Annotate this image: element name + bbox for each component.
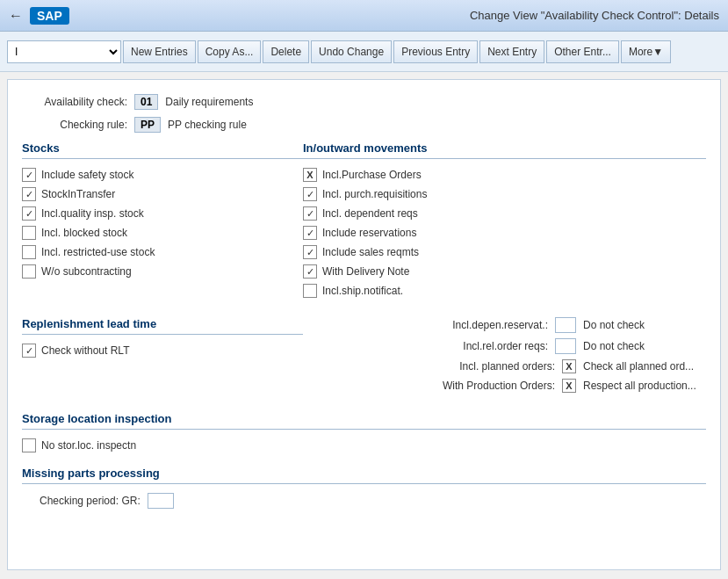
stocks-title: Stocks bbox=[22, 141, 303, 159]
incl-rel-order-reqs-input[interactable] bbox=[555, 338, 576, 354]
no-stor-loc-row: No stor.loc. inspectn bbox=[22, 438, 706, 452]
include-safety-stock-label: Include safety stock bbox=[41, 169, 133, 181]
include-sales-reqmts-label: Include sales reqmts bbox=[322, 246, 419, 258]
storage-title: Storage location inspection bbox=[22, 412, 706, 430]
incl-blocked-stock-checkbox[interactable] bbox=[22, 226, 36, 240]
no-stor-loc-label: No stor.loc. inspectn bbox=[41, 439, 136, 452]
checking-rule-badge: PP bbox=[134, 117, 161, 133]
incl-purchase-orders-checkbox[interactable]: X bbox=[303, 168, 317, 182]
storage-section: Storage location inspection No stor.loc.… bbox=[22, 412, 706, 452]
availability-check-label: Availability check: bbox=[22, 96, 127, 108]
with-production-orders-badge: X bbox=[562, 379, 576, 393]
next-entry-button[interactable]: Next Entry bbox=[479, 40, 544, 63]
incl-dependent-reqs-checkbox[interactable]: ✓ bbox=[303, 206, 317, 221]
replenishment-title: Replenishment lead time bbox=[22, 317, 303, 335]
incl-depen-reservat-desc: Do not check bbox=[583, 319, 706, 331]
incl-ship-notificat-checkbox[interactable] bbox=[303, 284, 317, 298]
incl-planned-orders-badge: X bbox=[562, 359, 576, 373]
incl-depen-reservat-label: Incl.depen.reservat.: bbox=[407, 319, 548, 331]
inoutward-section: In/outward movements X Incl.Purchase Ord… bbox=[303, 141, 706, 303]
list-item: ✓ Incl.quality insp. stock bbox=[22, 206, 303, 221]
main-content: Availability check: 01 Daily requirement… bbox=[7, 79, 721, 570]
checking-rule-desc: PP checking rule bbox=[168, 119, 247, 131]
include-safety-stock-checkbox[interactable]: ✓ bbox=[22, 168, 36, 182]
incl-quality-insp-label: Incl.quality insp. stock bbox=[41, 207, 144, 220]
availability-check-desc: Daily requirements bbox=[165, 96, 253, 108]
list-item: Incl.ship.notificat. bbox=[303, 284, 706, 298]
sap-logo: SAP bbox=[30, 7, 69, 25]
check-without-rlt-checkbox[interactable]: ✓ bbox=[22, 344, 36, 358]
incl-depen-reservat-row: Incl.depen.reservat.: Do not check bbox=[321, 317, 706, 333]
availability-check-badge: 01 bbox=[134, 94, 158, 110]
list-item: Incl. restricted-use stock bbox=[22, 245, 303, 259]
incl-restricted-use-checkbox[interactable] bbox=[22, 245, 36, 259]
main-sections: Stocks ✓ Include safety stock ✓ StockInT… bbox=[22, 141, 706, 303]
availability-check-row: Availability check: 01 Daily requirement… bbox=[22, 94, 706, 110]
list-item: ✓ Incl. dependent reqs bbox=[303, 206, 706, 221]
with-delivery-note-checkbox[interactable]: ✓ bbox=[303, 264, 317, 279]
wo-subcontracting-label: W/o subcontracting bbox=[41, 265, 132, 278]
list-item: ✓ With Delivery Note bbox=[303, 264, 706, 279]
check-without-rlt-row: ✓ Check without RLT bbox=[22, 344, 303, 358]
checking-period-row: Checking period: GR: bbox=[22, 493, 706, 509]
copy-as-button[interactable]: Copy As... bbox=[198, 40, 262, 63]
incl-purchase-orders-label: Incl.Purchase Orders bbox=[322, 169, 422, 181]
list-item: ✓ Include reservations bbox=[303, 226, 706, 240]
incl-rel-order-reqs-row: Incl.rel.order reqs: Do not check bbox=[321, 338, 706, 354]
title-bar: ← SAP Change View "Availability Check Co… bbox=[0, 0, 728, 32]
with-delivery-note-label: With Delivery Note bbox=[322, 265, 409, 278]
stocks-section: Stocks ✓ Include safety stock ✓ StockInT… bbox=[22, 141, 303, 303]
list-item: ✓ Include safety stock bbox=[22, 168, 303, 182]
list-item: ✓ Include sales reqmts bbox=[303, 245, 706, 259]
incl-purch-req-checkbox[interactable]: ✓ bbox=[303, 187, 317, 201]
with-production-orders-label: With Production Orders: bbox=[414, 380, 555, 392]
incl-blocked-stock-label: Incl. blocked stock bbox=[41, 227, 127, 239]
new-entries-button[interactable]: New Entries bbox=[123, 40, 196, 63]
stock-in-transfer-label: StockInTransfer bbox=[41, 188, 115, 200]
list-item: ✓ StockInTransfer bbox=[22, 187, 303, 201]
list-item: ✓ Incl. purch.requisitions bbox=[303, 187, 706, 201]
incl-planned-orders-label: Incl. planned orders: bbox=[414, 360, 555, 373]
page-title: Change View "Availability Check Control"… bbox=[470, 9, 719, 22]
incl-restricted-use-label: Incl. restricted-use stock bbox=[41, 246, 155, 258]
incl-planned-orders-row: Incl. planned orders: X Check all planne… bbox=[321, 359, 706, 373]
list-item: W/o subcontracting bbox=[22, 264, 303, 279]
back-button[interactable]: ← bbox=[9, 8, 23, 24]
toolbar: I New Entries Copy As... Delete Undo Cha… bbox=[0, 32, 728, 72]
previous-entry-button[interactable]: Previous Entry bbox=[393, 40, 478, 63]
include-reservations-label: Include reservations bbox=[322, 227, 416, 239]
include-reservations-checkbox[interactable]: ✓ bbox=[303, 226, 317, 240]
other-entries-button[interactable]: Other Entr... bbox=[546, 40, 619, 63]
list-item: X Incl.Purchase Orders bbox=[303, 168, 706, 182]
incl-quality-insp-checkbox[interactable]: ✓ bbox=[22, 206, 36, 221]
incl-rel-order-reqs-label: Incl.rel.order reqs: bbox=[407, 340, 548, 352]
checking-period-label: Checking period: GR: bbox=[40, 495, 141, 507]
stock-in-transfer-checkbox[interactable]: ✓ bbox=[22, 187, 36, 201]
more-button[interactable]: More▼ bbox=[621, 40, 671, 63]
with-production-orders-desc: Respect all production... bbox=[583, 380, 706, 392]
delete-button[interactable]: Delete bbox=[263, 40, 309, 63]
inoutward-title: In/outward movements bbox=[303, 141, 706, 159]
include-sales-reqmts-checkbox[interactable]: ✓ bbox=[303, 245, 317, 259]
checking-rule-label: Checking rule: bbox=[22, 119, 127, 131]
incl-rel-order-reqs-desc: Do not check bbox=[583, 340, 706, 352]
incl-dependent-reqs-label: Incl. dependent reqs bbox=[322, 207, 418, 220]
no-stor-loc-checkbox[interactable] bbox=[22, 438, 36, 452]
with-production-orders-row: With Production Orders: X Respect all pr… bbox=[321, 379, 706, 393]
checking-period-input[interactable] bbox=[148, 493, 174, 509]
undo-change-button[interactable]: Undo Change bbox=[311, 40, 392, 63]
list-item: Incl. blocked stock bbox=[22, 226, 303, 240]
incl-purch-req-label: Incl. purch.requisitions bbox=[322, 188, 427, 200]
incl-ship-notificat-label: Incl.ship.notificat. bbox=[322, 285, 403, 297]
incl-planned-orders-desc: Check all planned ord... bbox=[583, 360, 706, 373]
wo-subcontracting-checkbox[interactable] bbox=[22, 264, 36, 279]
toolbar-dropdown[interactable]: I bbox=[7, 40, 121, 63]
missing-section: Missing parts processing Checking period… bbox=[22, 467, 706, 509]
incl-depen-reservat-input[interactable] bbox=[555, 317, 576, 333]
missing-title: Missing parts processing bbox=[22, 467, 706, 484]
check-without-rlt-label: Check without RLT bbox=[41, 344, 129, 357]
checking-rule-row: Checking rule: PP PP checking rule bbox=[22, 117, 706, 133]
